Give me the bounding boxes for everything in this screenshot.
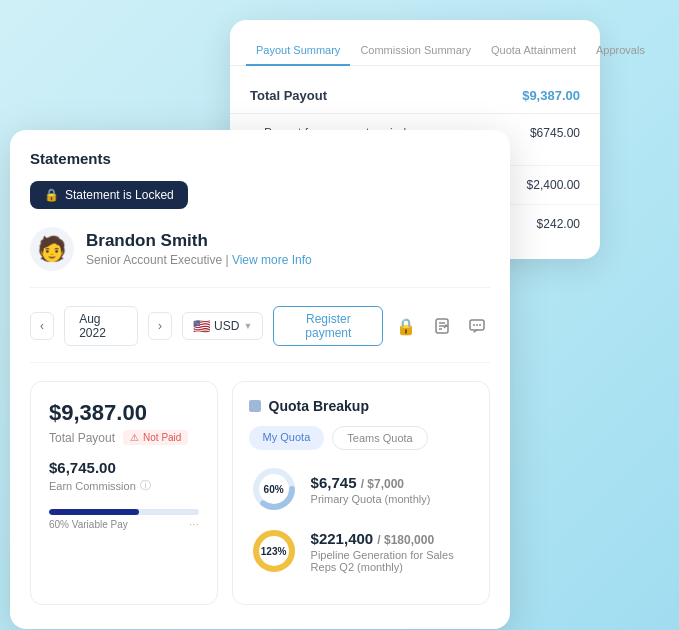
total-payout-row: Total Payout $9,387.00 [230,78,600,114]
earn-label: Earn Commission ⓘ [49,478,199,493]
currency-label: USD [214,319,239,333]
payout-tabs: Payout Summary Commission Summary Quota … [230,20,600,66]
period-label: Aug 2022 [64,306,138,346]
total-payout-amount: $9,387.00 [522,88,580,103]
quota-item-1-sub: Primary Quota (monthly) [311,493,473,505]
quota-item-2: 123% $221,400 / $180,000 Pipeline Genera… [249,526,473,576]
donut-pipeline-label: 123% [261,546,287,557]
tab-approvals[interactable]: Approvals [586,36,655,65]
quota-title: Quota Breakup [269,398,369,414]
progress-bar-fill [49,509,139,515]
not-paid-label: Not Paid [143,432,181,443]
user-name: Brandon Smith [86,231,312,251]
total-payout-label: Total Payout [250,88,327,103]
lock-action-icon[interactable]: 🔒 [393,311,419,341]
user-title: Senior Account Executive [86,253,222,267]
main-statements-card: Statements 🔒 Statement is Locked 🧑 Brand… [10,130,510,629]
payout-mini-card: $9,387.00 Total Payout ⚠ Not Paid $6,745… [30,381,218,605]
locked-badge: 🔒 Statement is Locked [30,181,188,209]
quota-item-2-sub: Pipeline Generation for Sales Reps Q2 (m… [311,549,473,573]
locked-badge-label: Statement is Locked [65,188,174,202]
quota-item-1-target: / $7,000 [361,477,404,491]
payout-label-row: Total Payout ⚠ Not Paid [49,430,199,445]
period-next-button[interactable]: › [148,312,172,340]
quota-item-1-info: $6,745 / $7,000 Primary Quota (monthly) [311,474,473,505]
quota-item-2-info: $221,400 / $180,000 Pipeline Generation … [311,530,473,573]
quota-card: Quota Breakup My Quota Teams Quota 60% [232,381,490,605]
payout-row-arrears-amount: $242.00 [537,217,580,231]
register-payment-button[interactable]: Register payment [273,306,383,346]
lock-icon: 🔒 [44,188,59,202]
quota-item-2-amount: $221,400 / $180,000 [311,530,473,547]
svg-point-6 [476,324,478,326]
warning-icon: ⚠ [130,432,139,443]
tab-payout-summary[interactable]: Payout Summary [246,36,350,66]
avatar: 🧑 [30,227,74,271]
info-icon: ⓘ [140,478,151,493]
user-subtitle: Senior Account Executive | View more Inf… [86,253,312,267]
user-info: Brandon Smith Senior Account Executive |… [86,231,312,267]
quota-color-block [249,400,261,412]
user-section: 🧑 Brandon Smith Senior Account Executive… [30,227,490,288]
period-bar: ‹ Aug 2022 › 🇺🇸 USD ▼ Register payment 🔒 [30,306,490,363]
view-more-link[interactable]: View more Info [232,253,312,267]
flag-icon: 🇺🇸 [193,318,210,334]
tab-commission-summary[interactable]: Commission Summary [350,36,481,65]
chevron-down-icon: ▼ [243,321,252,331]
statements-title: Statements [30,150,490,167]
avatar-emoji: 🧑 [37,235,67,263]
svg-point-7 [479,324,481,326]
quota-item-1: 60% $6,745 / $7,000 Primary Quota (month… [249,464,473,514]
donut-pipeline: 123% [249,526,299,576]
donut-primary-label: 60% [264,484,284,495]
currency-selector[interactable]: 🇺🇸 USD ▼ [182,312,263,340]
quota-tabs: My Quota Teams Quota [249,426,473,450]
payout-big-amount: $9,387.00 [49,400,199,426]
svg-point-5 [473,324,475,326]
progress-section: 60% Variable Pay ⋯ [49,509,199,530]
quota-item-2-target: / $180,000 [377,533,434,547]
export-icon[interactable] [429,311,455,341]
period-prev-button[interactable]: ‹ [30,312,54,340]
progress-label: 60% Variable Pay ⋯ [49,519,199,530]
not-paid-badge: ⚠ Not Paid [123,430,188,445]
payout-row-current-amount: $6745.00 [530,126,580,140]
payout-total-text: Total Payout [49,431,115,445]
progress-dots-icon[interactable]: ⋯ [189,519,199,530]
quota-item-1-amount: $6,745 / $7,000 [311,474,473,491]
cards-row: $9,387.00 Total Payout ⚠ Not Paid $6,745… [30,381,490,605]
tab-teams-quota[interactable]: Teams Quota [332,426,427,450]
progress-bar [49,509,199,515]
tab-my-quota[interactable]: My Quota [249,426,325,450]
earn-commission-amount: $6,745.00 [49,459,199,476]
payout-row-deferred-amount: $2,400.00 [527,178,580,192]
quota-header: Quota Breakup [249,398,473,414]
donut-primary: 60% [249,464,299,514]
comment-icon[interactable] [464,311,490,341]
tab-quota-attainment[interactable]: Quota Attainment [481,36,586,65]
